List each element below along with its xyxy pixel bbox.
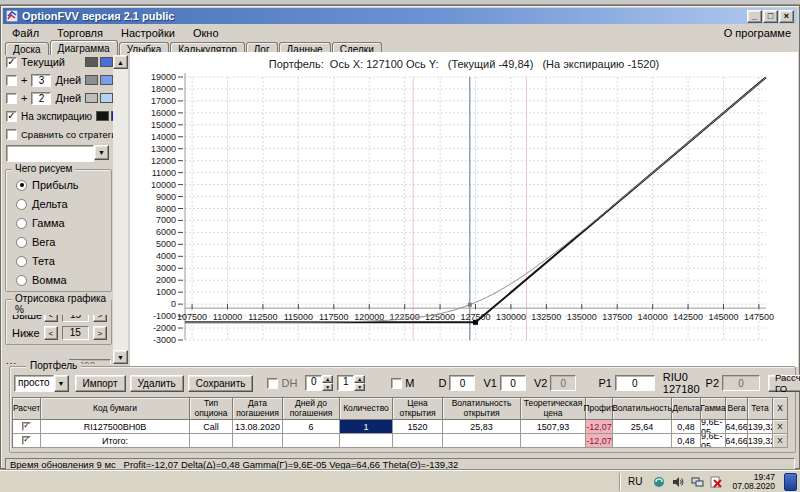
radio-gamma[interactable] (16, 218, 27, 229)
draw-what-title: Чего рисуем (12, 163, 75, 174)
scroll-down-icon[interactable]: ▼ (113, 350, 128, 364)
x-tick-label: 132500 (531, 312, 561, 322)
menu-window[interactable]: Окно (184, 26, 228, 40)
below-increase-button[interactable]: > (93, 326, 107, 340)
radio-theta[interactable] (16, 256, 27, 267)
table-cell: 1520 (393, 420, 443, 434)
row-calc-checkbox[interactable] (22, 422, 31, 431)
table-cell (393, 434, 443, 448)
y-tick-label: 15000 (151, 120, 176, 130)
radio-vomma[interactable] (16, 275, 27, 286)
plus2-color1-swatch[interactable] (85, 93, 98, 103)
m-checkbox[interactable] (391, 378, 402, 389)
radio-delta[interactable] (16, 199, 27, 210)
delete-row-button[interactable]: X (773, 434, 788, 448)
current-color1-swatch[interactable] (85, 57, 98, 67)
table-cell (233, 434, 283, 448)
menu-bar: Файл Торговля Настройки Окно О программе (3, 25, 797, 40)
spin-up-icon[interactable]: ▲ (354, 375, 365, 383)
tab-board[interactable]: Доска (5, 42, 49, 55)
app-tray-icon[interactable] (652, 475, 666, 489)
y-tick-label: 5000 (156, 239, 176, 249)
taskbar[interactable]: RU 19:47 07.08.2020 (0, 470, 800, 492)
spin-down-icon[interactable]: ▼ (354, 383, 365, 391)
chevron-down-icon[interactable]: ▼ (94, 145, 109, 160)
v2-input[interactable] (550, 375, 576, 391)
plus2-color2-swatch[interactable] (100, 93, 113, 103)
panel-scrollbar[interactable]: ▲ ▼ (113, 55, 128, 364)
plus3-color1-swatch[interactable] (85, 75, 98, 85)
x-tick-label: 110000 (213, 312, 242, 322)
current-color2-swatch[interactable] (100, 57, 113, 67)
radio-profit[interactable] (16, 180, 27, 191)
chevron-down-icon[interactable]: ▼ (54, 375, 69, 392)
expiry-checkbox[interactable] (6, 111, 17, 122)
p2-input[interactable] (722, 375, 760, 391)
calc-go-button[interactable]: Рассчитать ГО (768, 375, 800, 392)
menu-file[interactable]: Файл (3, 26, 48, 40)
minimize-button[interactable]: _ (747, 10, 762, 23)
d-input[interactable] (449, 375, 475, 391)
expiry-color1-swatch[interactable] (96, 111, 109, 121)
dh-checkbox[interactable] (267, 378, 278, 389)
current-checkbox[interactable] (6, 57, 17, 68)
column-header: Расчет (13, 398, 41, 420)
profit-chart-area[interactable]: Портфель: Ось X: 127100 Ось Y: (Текущий … (130, 52, 798, 367)
quantity-cell[interactable]: 1 (340, 420, 393, 434)
spin-up-icon[interactable]: ▲ (322, 375, 333, 383)
scroll-up-icon[interactable]: ▲ (113, 55, 128, 69)
radio-vega[interactable] (16, 237, 27, 248)
plus2-suffix: Дней (55, 92, 81, 104)
maximize-button[interactable]: □ (763, 10, 778, 23)
title-bar[interactable]: OptionFVV версия 2.1 public _ □ × (3, 8, 797, 24)
row-calc-checkbox[interactable] (22, 436, 31, 445)
calc-cell (13, 420, 41, 434)
column-header: Дата погашения (233, 398, 283, 420)
spin-control-1[interactable]: 0 ▲▼ (305, 375, 333, 391)
import-button[interactable]: Импорт (75, 375, 126, 392)
chart-settings-panel: Текущий + Дней + Дней (4, 55, 113, 364)
language-indicator[interactable]: RU (623, 476, 647, 487)
column-header: Дней до погашения (283, 398, 340, 420)
p1-input[interactable] (615, 375, 655, 391)
menu-trade[interactable]: Торговля (48, 26, 112, 40)
plus3-prefix: + (21, 74, 27, 86)
table-cell: 25,64 (613, 420, 672, 434)
delete-row-button[interactable]: X (773, 420, 788, 434)
plus3-days-input[interactable] (31, 74, 51, 87)
show-desktop-button[interactable] (784, 473, 797, 491)
plus3-color2-swatch[interactable] (100, 75, 113, 85)
profit-chart[interactable]: -3000-2000-10000100020003000400050006000… (130, 52, 798, 367)
preset-combobox[interactable]: просто ▼ (14, 375, 69, 392)
table-cell: 9,6E-05 (701, 434, 726, 448)
below-value: 15 (62, 326, 89, 340)
below-decrease-button[interactable]: < (44, 326, 58, 340)
x-tick-label: 112500 (248, 312, 277, 322)
x-tick-label: 135000 (567, 312, 597, 322)
menu-settings[interactable]: Настройки (112, 26, 184, 40)
network-icon[interactable] (690, 475, 704, 489)
disconnected-icon[interactable] (709, 475, 723, 489)
y-tick-label: 7000 (156, 215, 176, 225)
y-tick-label: 16000 (151, 108, 176, 118)
save-button[interactable]: Сохранить (188, 375, 254, 392)
plus2-days-input[interactable] (31, 92, 51, 105)
compare-strategy-checkbox[interactable] (6, 129, 17, 140)
table-cell: 64,66 (726, 420, 748, 434)
spin-control-2[interactable]: 1 ▲▼ (337, 375, 365, 391)
v1-input[interactable] (500, 375, 526, 391)
tab-diagram[interactable]: Диаграмма (50, 40, 118, 55)
volume-icon[interactable] (671, 475, 685, 489)
strategy-combobox-value (6, 145, 94, 162)
plus2-checkbox[interactable] (6, 93, 17, 104)
menu-about[interactable]: О программе (715, 26, 797, 40)
close-button[interactable]: × (779, 10, 794, 23)
status-text: Время обновления 9 мс Profit=-12,07 Delt… (10, 459, 458, 470)
plus3-checkbox[interactable] (6, 75, 17, 86)
strategy-combobox[interactable]: ▼ (6, 145, 109, 162)
column-header: X (773, 398, 788, 420)
portfolio-group: Портфель просто ▼ Импорт Удалить Сохрани… (9, 366, 796, 453)
radio-vega-label: Вега (32, 236, 55, 248)
delete-button[interactable]: Удалить (130, 375, 184, 392)
spin-down-icon[interactable]: ▼ (322, 383, 333, 391)
